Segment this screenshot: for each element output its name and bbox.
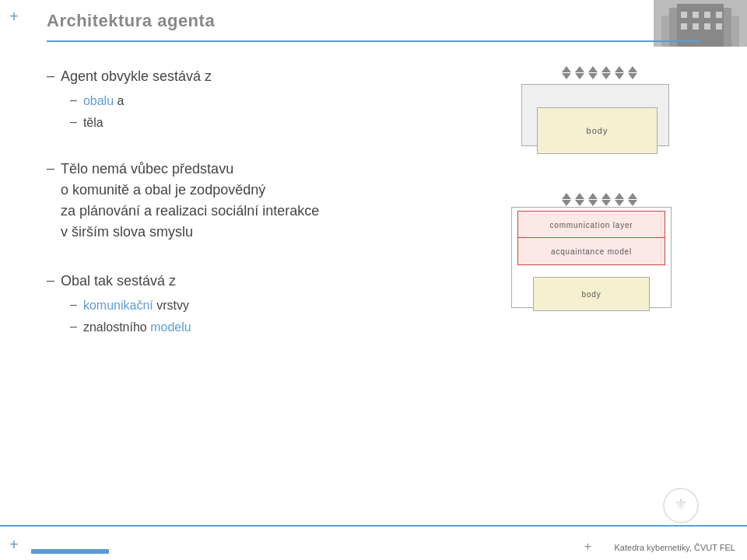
svg-rect-9 xyxy=(693,23,699,30)
text-column: – Agent obvykle sestává z – obalu a – tě… xyxy=(47,51,482,513)
arrow4 xyxy=(601,66,611,79)
sub1-text: obalu a xyxy=(83,92,124,110)
section2-text: Tělo nemá vůbec představu o komunitě a o… xyxy=(61,159,319,243)
diagram-section2: communication layer acquaintance model b… xyxy=(517,193,681,316)
body2-label: body xyxy=(582,290,601,299)
arrow6 xyxy=(628,193,637,206)
diagram2-boxes: communication layer acquaintance model b… xyxy=(517,211,681,316)
section2-line4: v širším slova smyslu xyxy=(61,224,193,240)
arrow-up-icon xyxy=(575,66,584,72)
arrow5 xyxy=(615,66,624,79)
arrow-up-icon xyxy=(575,193,584,199)
arrow-up-icon xyxy=(562,66,571,72)
arrow-down-icon xyxy=(575,73,584,79)
page-title: Architektura agenta xyxy=(47,11,215,31)
bullet-section1-main: – Agent obvykle sestává z xyxy=(47,66,482,87)
arrow1 xyxy=(562,193,571,206)
svg-rect-11 xyxy=(716,23,722,30)
vrstvy-suffix: vrstvy xyxy=(153,299,189,312)
arrow-up-icon xyxy=(615,193,624,199)
body-label: body xyxy=(587,126,608,135)
arrow-down-icon xyxy=(628,200,637,206)
znalostni-prefix: znalostního xyxy=(83,320,150,334)
arrow-down-icon xyxy=(615,73,624,79)
dash-icon: – xyxy=(70,320,77,334)
arrow-up-icon xyxy=(628,193,637,199)
main-content: – Agent obvykle sestává z – obalu a – tě… xyxy=(47,51,700,513)
dash-icon: – xyxy=(70,115,77,129)
body-box: body xyxy=(537,107,658,154)
sub-item-obal: – obalu a xyxy=(70,92,482,110)
svg-rect-10 xyxy=(704,23,710,30)
bottom-right-cross: + xyxy=(584,540,591,554)
kommunikacni-text: komunikační vrstvy xyxy=(83,296,189,315)
arrow1 xyxy=(562,66,571,79)
sub-items-section1: – obalu a – těla xyxy=(70,92,482,132)
znalostni-text: znalostního modelu xyxy=(83,318,191,337)
diagram1-boxes: wrapper body xyxy=(521,84,677,170)
arrow5 xyxy=(615,193,624,206)
arrow-down-icon xyxy=(562,73,571,79)
dash-icon: – xyxy=(47,272,54,289)
komunikacni-highlight: komunikační xyxy=(83,299,153,312)
sub1-suffix: a xyxy=(114,94,124,107)
svg-text:⚜: ⚜ xyxy=(674,495,688,513)
arrow-up-icon xyxy=(601,66,611,72)
arrow2 xyxy=(575,193,584,206)
svg-rect-4 xyxy=(681,12,687,18)
arrow-up-icon xyxy=(628,66,637,72)
bullet-section2: – Tělo nemá vůbec představu o komunitě a… xyxy=(47,159,482,243)
arrow-up-icon xyxy=(588,193,598,199)
svg-rect-7 xyxy=(716,12,722,18)
arrow3 xyxy=(588,66,598,79)
bottom-blue-accent xyxy=(31,549,109,554)
modelu-highlight: modelu xyxy=(150,320,191,334)
arrow3 xyxy=(588,193,598,206)
arrow-down-icon xyxy=(615,200,624,206)
sub-items-section3: – komunikační vrstvy – znalostního model… xyxy=(70,296,482,337)
comm-layer-box: communication layer xyxy=(517,211,665,239)
arrow4 xyxy=(601,193,611,206)
dash-icon: – xyxy=(70,93,77,107)
arrow-up-icon xyxy=(588,66,598,72)
body2-box: body xyxy=(533,277,650,311)
section1-main-text: Agent obvykle sestává z xyxy=(61,66,212,87)
arrow-down-icon xyxy=(588,200,598,206)
arrow-up-icon xyxy=(615,66,624,72)
arrow2 xyxy=(575,66,584,79)
arrow-down-icon xyxy=(575,200,584,206)
bullet-section3-main: – Obal tak sestává z xyxy=(47,271,482,292)
arrow-down-icon xyxy=(562,200,571,206)
dash-icon: – xyxy=(70,298,77,312)
arrows-group2 xyxy=(562,193,637,206)
obal-highlight: obalu xyxy=(83,94,114,107)
diagram-section1: wrapper body xyxy=(521,66,677,170)
title-rule xyxy=(47,40,700,42)
footer-label: Katedra kybernetiky, ČVUT FEL xyxy=(615,543,736,552)
diagram-column: wrapper body xyxy=(498,51,700,513)
section2-line3: za plánování a realizaci sociální intera… xyxy=(61,203,319,219)
emblem-icon: ⚜ xyxy=(661,486,700,525)
comm-label: communication layer xyxy=(550,221,633,229)
arrows-group1 xyxy=(562,66,637,79)
arrow6 xyxy=(628,66,637,79)
gap2 xyxy=(47,247,482,271)
dash-icon: – xyxy=(47,68,54,84)
top-left-cross: + xyxy=(9,8,19,26)
acquaint-layer-box: acquaintance model xyxy=(517,237,665,265)
svg-rect-8 xyxy=(681,23,687,30)
svg-rect-5 xyxy=(693,12,699,18)
section3-main-text: Obal tak sestává z xyxy=(61,271,176,292)
arrow-up-icon xyxy=(562,193,571,199)
section2-line1: Tělo nemá vůbec představu xyxy=(61,161,233,177)
sub2-text: těla xyxy=(83,114,103,132)
bottom-bar: + + Katedra kybernetiky, ČVUT FEL xyxy=(0,525,747,560)
dash-icon: – xyxy=(47,160,54,177)
arrow-up-icon xyxy=(601,193,611,199)
bottom-left-cross: + xyxy=(9,536,19,554)
arrow-down-icon xyxy=(628,73,637,79)
page-title-area: Architektura agenta xyxy=(47,11,215,31)
acquaint-label: acquaintance model xyxy=(551,247,632,256)
top-right-image xyxy=(654,0,747,47)
svg-rect-6 xyxy=(704,12,710,18)
